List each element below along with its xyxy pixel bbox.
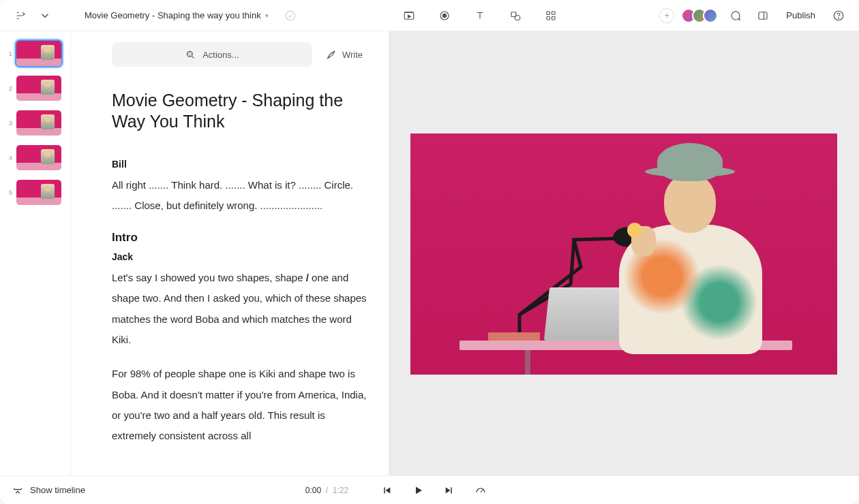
scene-thumbnail[interactable]: 3 (5, 110, 65, 136)
record-icon[interactable] (435, 6, 454, 25)
panel-right-icon[interactable] (753, 6, 772, 25)
play-button[interactable] (408, 481, 427, 500)
add-collaborator-button[interactable]: + (659, 8, 674, 23)
section-heading[interactable]: Intro (112, 231, 368, 245)
svg-rect-10 (759, 12, 767, 19)
chevron-down-icon[interactable]: ▾ (265, 12, 269, 19)
next-button[interactable] (440, 481, 459, 500)
scene-thumbnail[interactable]: 1 (5, 41, 65, 66)
actions-button[interactable]: Actions... (112, 42, 312, 67)
svg-point-12 (839, 18, 839, 18)
project-title[interactable]: Movie Geometry - Shaping the way you thi… (85, 10, 261, 20)
grid-icon[interactable] (541, 6, 560, 25)
svg-rect-6 (547, 12, 550, 15)
video-preview[interactable] (389, 31, 859, 475)
collaborator-avatars[interactable] (685, 8, 718, 23)
chevron-down-icon[interactable] (35, 6, 55, 25)
speed-icon[interactable] (471, 481, 490, 500)
write-label: Write (342, 50, 363, 60)
scene-thumbnails: 1 2 3 4 5 (0, 31, 71, 475)
document-title[interactable]: Movie Geometry - Shaping the Way You Thi… (112, 90, 368, 133)
script-editor[interactable]: Actions... Write Movie Geometry - Shapin… (71, 31, 389, 475)
svg-point-5 (515, 15, 520, 20)
svg-rect-9 (552, 16, 555, 20)
pen-icon (326, 49, 337, 60)
svg-point-3 (442, 14, 446, 17)
timeline-icon (12, 485, 23, 496)
actions-label: Actions... (202, 50, 239, 60)
transcript-line[interactable]: Let's say I showed you two shapes, shape… (112, 268, 368, 350)
transcript-line[interactable]: All right ....... Think hard. ....... Wh… (112, 175, 368, 217)
menu-icon[interactable] (11, 6, 30, 25)
transcript-line[interactable]: For 98% of people shape one is Kiki and … (112, 364, 368, 446)
scene-thumbnail[interactable]: 4 (5, 145, 65, 170)
scene-thumbnail[interactable]: 5 (5, 180, 65, 205)
svg-rect-8 (547, 16, 550, 20)
sync-status-icon (281, 6, 300, 25)
help-icon[interactable] (829, 6, 848, 25)
scene-thumbnail[interactable]: 2 (5, 76, 65, 101)
avatar (703, 8, 718, 23)
svg-rect-7 (552, 12, 555, 15)
speaker-label[interactable]: Jack (112, 251, 368, 262)
playback-time: 0:00 / 1:22 (305, 486, 348, 495)
sparkle-icon (185, 49, 196, 60)
shapes-icon[interactable] (506, 6, 525, 25)
comments-icon[interactable] (726, 6, 745, 25)
write-button[interactable]: Write (320, 42, 368, 67)
prev-button[interactable] (377, 481, 396, 500)
svg-point-0 (286, 11, 295, 20)
show-timeline-button[interactable]: Show timeline (12, 485, 85, 496)
speaker-label[interactable]: Bill (112, 159, 368, 170)
video-mode-icon[interactable] (400, 6, 419, 25)
video-frame (410, 133, 837, 375)
publish-button[interactable]: Publish (781, 7, 821, 23)
show-timeline-label: Show timeline (30, 485, 85, 495)
svg-point-13 (187, 51, 193, 57)
text-icon[interactable] (470, 6, 489, 25)
